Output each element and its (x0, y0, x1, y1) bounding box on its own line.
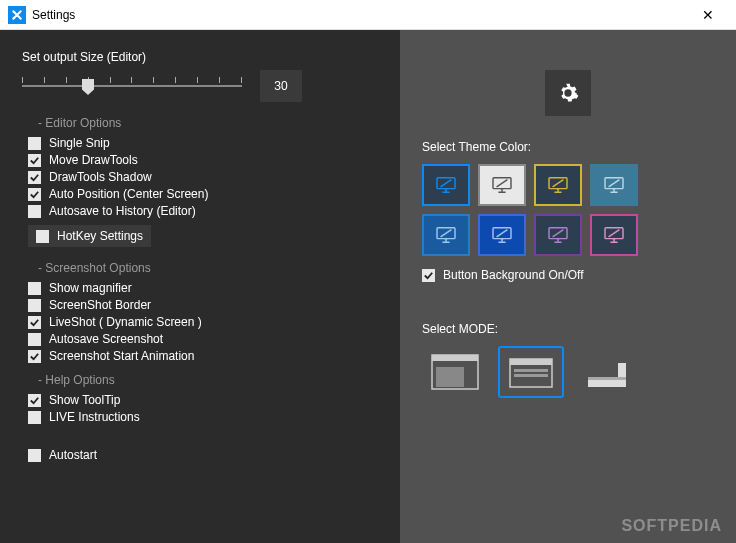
screenshot-checkbox-0[interactable]: Show magnifier (28, 281, 378, 295)
svg-point-0 (13, 10, 16, 13)
svg-rect-15 (514, 369, 548, 372)
app-icon (8, 6, 26, 24)
theme-tile-7[interactable] (590, 214, 638, 256)
button-bg-label: Button Background On/Off (443, 268, 584, 282)
output-size-label: Set output Size (Editor) (22, 50, 378, 64)
checkbox-box (28, 411, 41, 424)
mode-tile-0[interactable] (422, 346, 488, 398)
theme-tile-0[interactable] (422, 164, 470, 206)
editor-options-head: - Editor Options (38, 116, 378, 130)
checkbox-label: Auto Position (Center Screen) (49, 187, 208, 201)
watermark: SOFTPEDIA (621, 517, 722, 535)
theme-tile-3[interactable] (590, 164, 638, 206)
checkbox-label: Move DrawTools (49, 153, 138, 167)
checkbox-label: ScreenShot Border (49, 298, 151, 312)
checkbox-box (28, 154, 41, 167)
close-button[interactable]: ✕ (688, 0, 728, 30)
mode-tile-1[interactable] (498, 346, 564, 398)
checkbox-box (422, 269, 435, 282)
theme-color-label: Select Theme Color: (422, 140, 714, 154)
help-options-head: - Help Options (38, 373, 378, 387)
checkbox-box (28, 449, 41, 462)
checkbox-box (28, 188, 41, 201)
checkbox-box (28, 316, 41, 329)
help-checkbox-0[interactable]: Show ToolTip (28, 393, 378, 407)
svg-rect-11 (432, 355, 478, 361)
left-panel: Set output Size (Editor) 30 - Editor Opt… (0, 30, 400, 543)
mode-label: Select MODE: (422, 322, 714, 336)
button-bg-checkbox[interactable]: Button Background On/Off (422, 268, 714, 282)
checkbox-box (28, 394, 41, 407)
editor-checkbox-0[interactable]: Single Snip (28, 136, 378, 150)
settings-gear-button[interactable] (545, 70, 591, 116)
editor-checkbox-1[interactable]: Move DrawTools (28, 153, 378, 167)
theme-tile-4[interactable] (422, 214, 470, 256)
hotkey-label: HotKey Settings (57, 229, 143, 243)
right-panel: Select Theme Color: Button Background On… (400, 30, 736, 543)
window-title: Settings (32, 8, 75, 22)
checkbox-label: Show magnifier (49, 281, 132, 295)
checkbox-box (28, 333, 41, 346)
checkbox-label: Screenshot Start Animation (49, 349, 194, 363)
mode-tile-2[interactable] (574, 346, 640, 398)
checkbox-label: Show ToolTip (49, 393, 120, 407)
editor-checkbox-2[interactable]: DrawTools Shadow (28, 170, 378, 184)
slider-thumb[interactable] (82, 79, 94, 95)
checkbox-label: LiveShot ( Dynamic Screen ) (49, 315, 202, 329)
checkbox-box (28, 205, 41, 218)
help-checkbox-1[interactable]: LIVE Instructions (28, 410, 378, 424)
mode-row (422, 346, 714, 398)
theme-grid (422, 164, 714, 256)
checkbox-box (28, 350, 41, 363)
hotkey-box (36, 230, 49, 243)
gear-icon (557, 82, 579, 104)
checkbox-label: DrawTools Shadow (49, 170, 152, 184)
screenshot-options-head: - Screenshot Options (38, 261, 378, 275)
theme-tile-2[interactable] (534, 164, 582, 206)
checkbox-box (28, 171, 41, 184)
autostart-label: Autostart (49, 448, 97, 462)
checkbox-box (28, 282, 41, 295)
checkbox-box (28, 137, 41, 150)
checkbox-label: Autosave Screenshot (49, 332, 163, 346)
svg-point-1 (13, 16, 16, 19)
svg-rect-12 (436, 367, 464, 387)
svg-rect-19 (618, 363, 626, 377)
titlebar: Settings ✕ (0, 0, 736, 30)
screenshot-checkbox-4[interactable]: Screenshot Start Animation (28, 349, 378, 363)
checkbox-label: Single Snip (49, 136, 110, 150)
content: Set output Size (Editor) 30 - Editor Opt… (0, 30, 736, 543)
theme-tile-1[interactable] (478, 164, 526, 206)
screenshot-checkbox-1[interactable]: ScreenShot Border (28, 298, 378, 312)
screenshot-checkbox-2[interactable]: LiveShot ( Dynamic Screen ) (28, 315, 378, 329)
editor-checkbox-4[interactable]: Autosave to History (Editor) (28, 204, 378, 218)
theme-tile-6[interactable] (534, 214, 582, 256)
output-size-slider[interactable] (22, 71, 242, 101)
output-size-value: 30 (260, 70, 302, 102)
svg-rect-16 (514, 374, 548, 377)
checkbox-box (28, 299, 41, 312)
checkbox-label: LIVE Instructions (49, 410, 140, 424)
output-size-row: 30 (22, 70, 378, 102)
checkbox-label: Autosave to History (Editor) (49, 204, 196, 218)
screenshot-checkbox-3[interactable]: Autosave Screenshot (28, 332, 378, 346)
svg-rect-14 (510, 359, 552, 365)
svg-rect-18 (588, 377, 626, 380)
autostart-checkbox[interactable]: Autostart (28, 448, 378, 462)
hotkey-settings-button[interactable]: HotKey Settings (28, 225, 151, 247)
theme-tile-5[interactable] (478, 214, 526, 256)
editor-checkbox-3[interactable]: Auto Position (Center Screen) (28, 187, 378, 201)
